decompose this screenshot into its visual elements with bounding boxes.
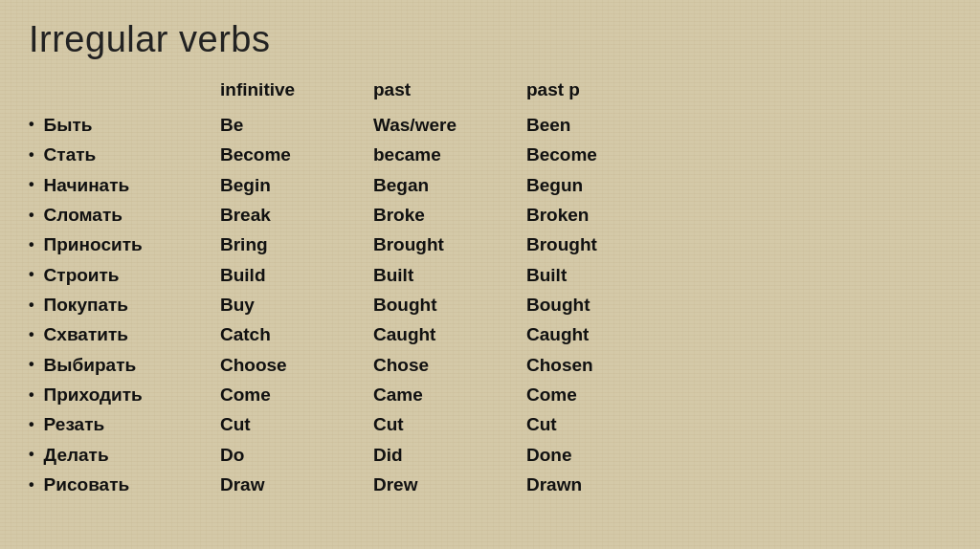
russian-word: Выбирать: [44, 350, 137, 380]
infinitive-cell: Come: [220, 380, 373, 409]
russian-word: Быть: [44, 110, 93, 140]
bullet-icon: •: [29, 472, 34, 497]
past-p-cell: Caught: [526, 319, 679, 349]
page-title: Irregular verbs: [29, 19, 951, 60]
russian-word: Стать: [44, 140, 97, 169]
past-p-cell: Cut: [526, 409, 679, 439]
infinitive-cell: Cut: [220, 409, 373, 439]
russian-cell: • Резать: [29, 409, 220, 439]
past-p-cell: Drawn: [526, 470, 679, 499]
bullet-icon: •: [29, 352, 34, 377]
past-p-cell: Come: [526, 380, 679, 409]
header-past: past: [373, 79, 526, 100]
past-cell: Broke: [373, 200, 526, 230]
bullet-icon: •: [29, 442, 34, 467]
table-row: • Рисовать Draw Drew Drawn: [29, 470, 951, 499]
table-row: • Сломать Break Broke Broken: [29, 200, 951, 230]
infinitive-cell: Choose: [220, 350, 373, 380]
infinitive-cell: Break: [220, 200, 373, 230]
bullet-icon: •: [29, 143, 34, 167]
page: Irregular verbs infinitive past past p •…: [0, 0, 980, 549]
past-cell: Brought: [373, 230, 526, 259]
russian-word: Покупать: [44, 290, 128, 319]
russian-cell: • Выбирать: [29, 350, 220, 380]
bullet-icon: •: [29, 383, 34, 407]
russian-cell: • Схватить: [29, 319, 220, 349]
russian-cell: • Делать: [29, 440, 220, 470]
russian-word: Начинать: [44, 170, 130, 200]
past-p-cell: Begun: [526, 170, 679, 200]
table-row: • Стать Become became Become: [29, 140, 951, 169]
header-infinitive: infinitive: [220, 79, 373, 100]
russian-cell: • Приходить: [29, 380, 220, 409]
infinitive-cell: Do: [220, 440, 373, 470]
russian-word: Сломать: [44, 200, 122, 230]
past-p-cell: Been: [526, 110, 679, 140]
russian-word: Рисовать: [44, 470, 130, 499]
past-cell: Came: [373, 380, 526, 409]
past-cell: Did: [373, 440, 526, 470]
bullet-icon: •: [29, 262, 34, 287]
past-cell: Drew: [373, 470, 526, 499]
russian-word: Схватить: [44, 319, 128, 349]
past-p-cell: Broken: [526, 200, 679, 230]
table-row: • Выбирать Choose Chose Chosen: [29, 350, 951, 380]
russian-cell: • Строить: [29, 260, 220, 290]
past-cell: became: [373, 140, 526, 169]
table-row: • Схватить Catch Caught Caught: [29, 319, 951, 349]
past-cell: Bought: [373, 290, 526, 319]
past-p-cell: Done: [526, 440, 679, 470]
table-row: • Покупать Buy Bought Bought: [29, 290, 951, 319]
russian-word: Строить: [44, 260, 120, 290]
table-row: • Резать Cut Cut Cut: [29, 409, 951, 439]
infinitive-cell: Become: [220, 140, 373, 169]
past-p-cell: Become: [526, 140, 679, 169]
infinitive-cell: Buy: [220, 290, 373, 319]
bullet-icon: •: [29, 293, 34, 318]
past-cell: Cut: [373, 409, 526, 439]
infinitive-cell: Bring: [220, 230, 373, 259]
russian-cell: • Рисовать: [29, 470, 220, 499]
past-cell: Was/were: [373, 110, 526, 140]
russian-word: Резать: [44, 409, 105, 439]
table-row: • Строить Build Built Built: [29, 260, 951, 290]
russian-cell: • Приносить: [29, 230, 220, 259]
bullet-icon: •: [29, 203, 34, 228]
past-p-cell: Built: [526, 260, 679, 290]
russian-cell: • Покупать: [29, 290, 220, 319]
past-p-cell: Brought: [526, 230, 679, 259]
russian-word: Приходить: [44, 380, 143, 409]
russian-cell: • Быть: [29, 110, 220, 140]
infinitive-cell: Build: [220, 260, 373, 290]
table-header: infinitive past past p: [220, 79, 951, 100]
bullet-icon: •: [29, 232, 34, 257]
russian-cell: • Стать: [29, 140, 220, 169]
past-p-cell: Chosen: [526, 350, 679, 380]
table-row: • Быть Be Was/were Been: [29, 110, 951, 140]
infinitive-cell: Begin: [220, 170, 373, 200]
infinitive-cell: Be: [220, 110, 373, 140]
bullet-icon: •: [29, 412, 34, 437]
past-p-cell: Bought: [526, 290, 679, 319]
bullet-icon: •: [29, 322, 34, 347]
table-row: • Делать Do Did Done: [29, 440, 951, 470]
bullet-icon: •: [29, 112, 34, 137]
russian-word: Приносить: [44, 230, 143, 259]
past-cell: Began: [373, 170, 526, 200]
infinitive-cell: Catch: [220, 319, 373, 349]
russian-cell: • Начинать: [29, 170, 220, 200]
infinitive-cell: Draw: [220, 470, 373, 499]
table-row: • Начинать Begin Began Begun: [29, 170, 951, 200]
russian-cell: • Сломать: [29, 200, 220, 230]
header-past-p: past p: [526, 79, 679, 100]
bullet-icon: •: [29, 172, 34, 197]
table-row: • Приносить Bring Brought Brought: [29, 230, 951, 259]
past-cell: Built: [373, 260, 526, 290]
past-cell: Chose: [373, 350, 526, 380]
past-cell: Caught: [373, 319, 526, 349]
russian-word: Делать: [44, 440, 109, 470]
verb-table: infinitive past past p • Быть Be Was/wer…: [29, 79, 951, 499]
verb-rows: • Быть Be Was/were Been • Стать Become b…: [29, 110, 951, 499]
table-row: • Приходить Come Came Come: [29, 380, 951, 409]
